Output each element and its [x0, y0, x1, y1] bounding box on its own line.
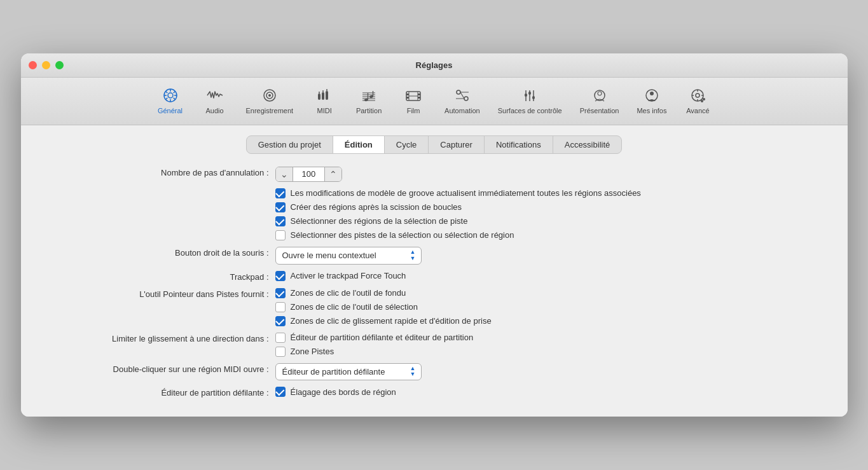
presentation-icon: [589, 86, 610, 104]
double-click-arrows: ▲▼: [410, 366, 416, 378]
checkbox-groove-input[interactable]: [275, 188, 286, 198]
svg-line-9: [165, 97, 167, 99]
svg-point-1: [168, 93, 173, 98]
checkbox-select-regions[interactable]: Sélectionner des régions de la sélection…: [275, 216, 641, 226]
checkbox-selection-input[interactable]: [275, 302, 286, 312]
content-area: Gestion du projet Édition Cycle Capturer…: [21, 125, 848, 417]
audio-icon: [205, 86, 225, 104]
general-icon: [160, 86, 181, 104]
checkbox-regions-input[interactable]: [275, 202, 286, 212]
souris-value: Ouvre le menu contextuel: [282, 251, 376, 260]
toolbar-item-presentation[interactable]: Présentation: [571, 84, 628, 117]
subtab-capturer[interactable]: Capturer: [429, 136, 485, 153]
svg-rect-15: [326, 91, 328, 100]
svg-point-37: [464, 97, 468, 100]
souris-arrows: ▲▼: [410, 249, 416, 262]
app-window: Réglages Général: [21, 53, 848, 417]
double-click-select[interactable]: Éditeur de partition défilante ▲▼: [275, 363, 422, 381]
souris-label: Bouton droit de la souris :: [34, 247, 275, 258]
limiter-row: Limiter le glissement à une direction da…: [34, 333, 835, 357]
checkbox-selection[interactable]: Zones de clic de l'outil de sélection: [275, 302, 492, 312]
toolbar-item-surfaces[interactable]: Surfaces de contrôle: [489, 84, 571, 117]
double-click-row: Double-cliquer sur une région MIDI ouvre…: [34, 363, 835, 381]
toolbar-item-midi[interactable]: MIDI: [302, 84, 347, 117]
subtab-gestion[interactable]: Gestion du projet: [247, 136, 333, 153]
souris-row: Bouton droit de la souris : Ouvre le men…: [34, 247, 835, 265]
pointeur-label: L'outil Pointeur dans Pistes fournit :: [34, 288, 275, 299]
checkbox-editeur-partition-input[interactable]: [275, 333, 286, 343]
svg-line-40: [460, 92, 464, 99]
toolbar-label-presentation: Présentation: [580, 107, 619, 114]
toolbar-label-enregistrement: Enregistrement: [246, 107, 294, 114]
checkbox-zone-pistes[interactable]: Zone Pistes: [275, 347, 474, 357]
toolbar-item-enregistrement[interactable]: Enregistrement: [237, 84, 303, 117]
checkbox-select-pistes-input[interactable]: [275, 230, 286, 240]
minimize-button[interactable]: [42, 61, 50, 69]
svg-point-12: [268, 94, 271, 97]
checkbox-trackpad-input[interactable]: [275, 271, 286, 281]
limiter-controls: Éditeur de partition défilante et éditeu…: [275, 333, 474, 357]
svg-rect-32: [418, 93, 420, 95]
svg-rect-44: [525, 93, 527, 97]
svg-point-57: [701, 100, 703, 102]
undo-stepper[interactable]: ⌄ 100 ⌃: [275, 167, 343, 182]
toolbar-label-audio: Audio: [205, 107, 223, 114]
undo-decrement-button[interactable]: ⌄: [276, 167, 293, 181]
undo-stepper-control[interactable]: ⌄ 100 ⌃: [275, 167, 343, 182]
toolbar: Général Audio Enregistrement: [21, 78, 848, 125]
checkbox-zone-pistes-label: Zone Pistes: [291, 347, 334, 356]
undo-value: 100: [293, 169, 325, 179]
undo-increment-button[interactable]: ⌃: [324, 167, 341, 181]
scroll-editor-controls: Élagage des bords de région: [275, 387, 396, 397]
toolbar-label-film: Film: [407, 107, 420, 114]
subtab-bar: Gestion du projet Édition Cycle Capturer…: [246, 135, 623, 154]
subtab-accessibilite[interactable]: Accessibilité: [553, 136, 622, 153]
checkbox-trackpad-label: Activer le trackpad Force Touch: [291, 271, 406, 280]
checkbox-regions-label: Créer des régions après la scission de b…: [291, 202, 462, 212]
toolbar-item-automation[interactable]: Automation: [436, 84, 489, 117]
maximize-button[interactable]: [55, 61, 64, 69]
checkbox-select-regions-input[interactable]: [275, 216, 286, 226]
subtab-notifications[interactable]: Notifications: [485, 136, 553, 153]
trackpad-controls: Activer le trackpad Force Touch: [275, 271, 406, 281]
subtab-edition[interactable]: Édition: [333, 136, 385, 153]
checkbox-glissement[interactable]: Zones de clic de glissement rapide et d'…: [275, 316, 492, 326]
checkbox-groove[interactable]: Les modifications de modèle de groove ac…: [275, 188, 641, 198]
toolbar-item-audio[interactable]: Audio: [193, 84, 237, 117]
checkbox-editeur-partition[interactable]: Éditeur de partition défilante et éditeu…: [275, 333, 474, 343]
double-click-value: Éditeur de partition défilante: [282, 367, 385, 377]
subtabs-container: Gestion du projet Édition Cycle Capturer…: [34, 135, 835, 154]
checkbox-glissement-input[interactable]: [275, 316, 286, 326]
close-button[interactable]: [29, 61, 37, 69]
checkbox-regions[interactable]: Créer des régions après la scission de b…: [275, 202, 641, 212]
checkbox-fondu-label: Zones de clic de l'outil de fondu: [291, 288, 406, 298]
pointeur-controls: Zones de clic de l'outil de fondu Zones …: [275, 288, 492, 326]
settings-area: Nombre de pas d'annulation : ⌄ 100 ⌃ Les…: [34, 167, 835, 404]
toolbar-item-film[interactable]: Film: [391, 84, 436, 117]
checkbox-trackpad[interactable]: Activer le trackpad Force Touch: [275, 271, 406, 281]
window-controls: [29, 61, 64, 69]
svg-line-8: [173, 91, 175, 93]
toolbar-label-automation: Automation: [444, 107, 480, 114]
checkboxes-group1: Les modifications de modèle de groove ac…: [34, 188, 835, 240]
toolbar-item-general[interactable]: Général: [148, 84, 193, 117]
checkbox-fondu[interactable]: Zones de clic de l'outil de fondu: [275, 288, 492, 298]
checkbox-selection-label: Zones de clic de l'outil de sélection: [291, 302, 418, 312]
subtab-cycle[interactable]: Cycle: [385, 136, 429, 153]
checkbox-zone-pistes-input[interactable]: [275, 347, 286, 357]
checkbox-editeur-partition-label: Éditeur de partition défilante et éditeu…: [291, 333, 474, 342]
toolbar-label-partition: Partition: [356, 107, 382, 114]
toolbar-item-avance[interactable]: Avancé: [675, 84, 720, 117]
svg-rect-46: [532, 96, 535, 99]
checkbox-elagage-label: Élagage des bords de région: [291, 387, 396, 397]
svg-rect-14: [322, 92, 324, 100]
toolbar-item-mesinfos[interactable]: Mes infos: [628, 84, 675, 117]
checkbox-elagage[interactable]: Élagage des bords de région: [275, 387, 396, 397]
limiter-label: Limiter le glissement à une direction da…: [34, 333, 275, 343]
checkbox-elagage-input[interactable]: [275, 387, 286, 397]
svg-rect-33: [406, 97, 409, 99]
checkbox-fondu-input[interactable]: [275, 288, 286, 298]
souris-select[interactable]: Ouvre le menu contextuel ▲▼: [275, 247, 422, 265]
toolbar-item-partition[interactable]: Partition: [347, 84, 391, 117]
checkbox-select-pistes[interactable]: Sélectionner des pistes de la sélection …: [275, 230, 641, 240]
